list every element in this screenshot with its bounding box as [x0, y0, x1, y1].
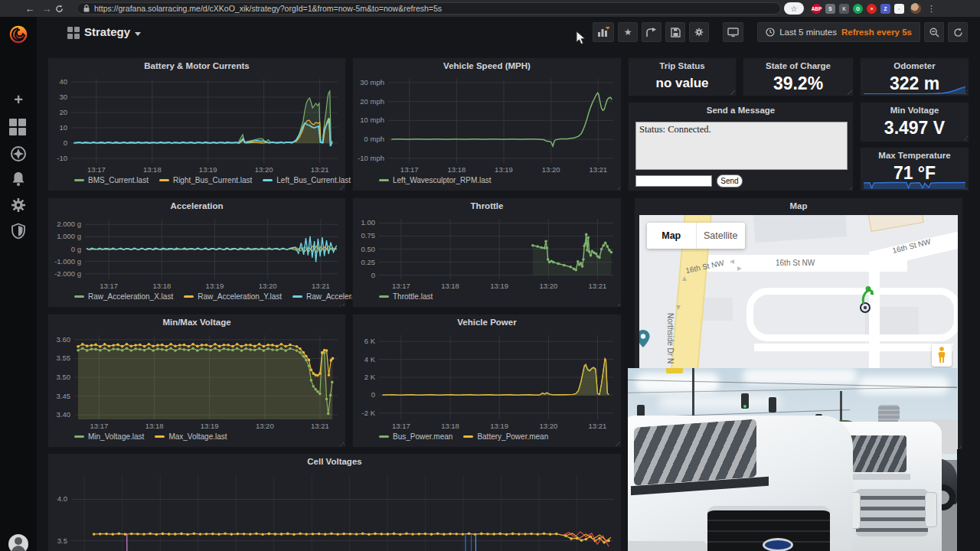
panel-title[interactable]: Odometer — [861, 58, 969, 73]
map-button[interactable]: Map — [647, 223, 696, 249]
panel-title[interactable]: Vehicle Speed (MPH) — [353, 58, 621, 73]
panel-title[interactable]: Min Voltage — [861, 103, 969, 118]
cycle-view-mode-button[interactable] — [723, 22, 743, 42]
sidebar-add-icon[interactable]: + — [9, 91, 28, 109]
chart-legend[interactable]: Raw_Acceleration_X.lastRaw_Acceleration_… — [48, 292, 345, 301]
dashboard-grid-icon[interactable] — [67, 27, 80, 39]
add-panel-button[interactable] — [593, 22, 614, 42]
sidebar-alerting-icon[interactable] — [9, 170, 28, 188]
minmax-voltage-chart[interactable]: 13:1713:1813:1913:2013:213.403.453.503.5… — [48, 330, 345, 432]
webcam-video-overlay[interactable] — [628, 368, 957, 551]
chart-legend[interactable]: Throttle.last — [353, 292, 621, 301]
legend-item[interactable]: BMS_Current.last — [74, 176, 149, 184]
vehicle-position-marker[interactable] — [856, 285, 876, 313]
browser-toolbar: ← → https://grafana.solarracing.me/d/cXK… — [0, 0, 980, 17]
panel-cell-voltages: Cell Voltages 3.03.54.0 — [47, 453, 622, 551]
svg-text:0.25: 0.25 — [361, 258, 376, 266]
acceleration-chart[interactable]: 13:1713:1813:1913:2013:21-2.000 g-1.000 … — [48, 214, 345, 292]
satellite-button[interactable]: Satellite — [696, 223, 746, 249]
svg-text:0: 0 — [371, 390, 375, 399]
svg-text:13:18: 13:18 — [441, 422, 459, 430]
save-dashboard-button[interactable] — [665, 22, 685, 42]
extension-icon[interactable]: K — [839, 4, 849, 14]
battery-currents-chart[interactable]: 13:1713:1813:1913:2013:21-10010203040 — [48, 73, 345, 175]
forward-icon[interactable]: → — [38, 3, 55, 15]
legend-item[interactable]: Raw_Acceleration_X.last — [74, 292, 173, 301]
reload-icon[interactable] — [55, 5, 72, 13]
address-bar[interactable]: https://grafana.solarracing.me/d/cXKoO_x… — [77, 2, 781, 15]
send-button[interactable]: Send — [717, 174, 743, 187]
sidebar-configuration-icon[interactable] — [9, 196, 28, 214]
panel-title[interactable]: Battery & Motor Currents — [48, 58, 345, 73]
browser-menu-icon[interactable]: ⋮ — [927, 4, 936, 14]
chevron-down-icon[interactable] — [135, 32, 141, 36]
share-dashboard-button[interactable] — [642, 22, 662, 42]
panel-title[interactable]: Min/Max Voltage — [48, 315, 345, 330]
panel-vehicle-power: Vehicle Power 13:1713:1813:1913:2013:21-… — [352, 314, 622, 448]
legend-item[interactable]: Raw_Acceleration_Y.last — [184, 292, 282, 301]
sidebar-server-admin-icon[interactable] — [9, 222, 28, 240]
legend-item[interactable]: Throttle.last — [379, 292, 433, 301]
chart-legend[interactable]: Left_Wavesculptor_RPM.last — [353, 175, 621, 184]
cell-voltages-chart[interactable]: 3.03.54.0 — [48, 469, 621, 551]
extension-icon[interactable]: ABP — [812, 4, 822, 14]
back-icon[interactable]: ← — [21, 3, 38, 15]
message-log[interactable]: Status: Connected. — [635, 122, 848, 170]
svg-text:0 g: 0 g — [71, 245, 81, 253]
chart-legend[interactable]: Bus_Power.meanBattery_Power.mean — [353, 432, 621, 441]
extension-row: ABPSKG»Z▫ — [812, 4, 904, 14]
chart-legend[interactable]: BMS_Current.lastRight_Bus_Current.lastLe… — [48, 175, 345, 184]
panel-title[interactable]: Vehicle Power — [353, 315, 621, 330]
extension-icon[interactable]: G — [853, 4, 863, 14]
svg-text:30 mph: 30 mph — [360, 78, 384, 86]
traffic-light-green — [743, 405, 746, 408]
sidebar-dashboards-icon[interactable] — [9, 119, 28, 137]
extension-icon[interactable]: S — [825, 4, 835, 14]
legend-item[interactable]: Right_Bus_Current.last — [159, 176, 252, 184]
panel-title[interactable]: Trip Status — [629, 58, 736, 73]
zoom-out-button[interactable] — [924, 22, 944, 42]
svg-text:13:17: 13:17 — [392, 282, 410, 290]
svg-text:4 K: 4 K — [364, 355, 376, 364]
user-avatar[interactable] — [8, 534, 28, 551]
legend-item[interactable]: Max_Voltage.last — [155, 432, 227, 441]
legend-color-dash — [184, 295, 194, 298]
sidebar-explore-icon[interactable] — [9, 145, 28, 163]
extension-icon[interactable]: ▫ — [894, 4, 904, 14]
panel-title[interactable]: Acceleration — [48, 198, 345, 214]
grafana-logo[interactable] — [7, 23, 30, 46]
trip-status-value: no value — [629, 76, 736, 91]
bookmark-star-icon[interactable]: ☆ — [784, 2, 804, 15]
star-dashboard-button[interactable]: ★ — [618, 22, 638, 42]
dashboard-title[interactable]: Strategy — [84, 25, 130, 38]
panel-title[interactable]: Throttle — [353, 198, 621, 214]
refresh-interval-label[interactable]: Refresh every 5s — [841, 28, 912, 37]
message-input[interactable] — [635, 175, 712, 187]
panel-title[interactable]: State of Charge — [743, 58, 853, 73]
refresh-dashboard-button[interactable] — [948, 22, 968, 42]
legend-item[interactable]: Min_Voltage.last — [74, 432, 144, 441]
cloud — [635, 373, 720, 393]
dashboard-settings-button[interactable] — [689, 22, 709, 42]
legend-item[interactable]: Left_Wavesculptor_RPM.last — [379, 176, 492, 184]
panel-title[interactable]: Max Temperature — [861, 148, 969, 163]
extension-icon[interactable]: » — [867, 4, 877, 14]
legend-item[interactable]: Left_Bus_Current.last — [263, 176, 351, 184]
panel-title[interactable]: Cell Voltages — [48, 454, 621, 469]
vehicle-power-chart[interactable]: 13:1713:1813:1913:2013:21-2 K02 K4 K6 K — [353, 330, 621, 432]
legend-label: Raw_Acceleration_X.last — [88, 292, 173, 301]
browser-profile-avatar[interactable] — [910, 3, 921, 14]
panel-title[interactable]: Map — [635, 198, 962, 214]
svg-text:0: 0 — [64, 139, 67, 147]
legend-item[interactable]: Battery_Power.mean — [463, 432, 548, 441]
url-text[interactable]: https://grafana.solarracing.me/d/cXKoO_x… — [94, 4, 442, 13]
vehicle-speed-chart[interactable]: 13:1713:1813:1913:2013:21-10 mph0 mph10 … — [353, 73, 621, 175]
pegman-control[interactable] — [932, 344, 952, 367]
extension-icon[interactable]: Z — [880, 4, 890, 14]
throttle-chart[interactable]: 13:1713:1813:1913:2013:2100.250.500.751.… — [353, 214, 621, 292]
map-pin-icon[interactable] — [639, 330, 650, 348]
time-range-picker[interactable]: Last 5 minutes Refresh every 5s — [757, 22, 920, 42]
panel-title[interactable]: Send a Message — [629, 103, 853, 118]
chart-legend[interactable]: Min_Voltage.lastMax_Voltage.last — [48, 432, 345, 441]
legend-item[interactable]: Bus_Power.mean — [379, 432, 452, 441]
